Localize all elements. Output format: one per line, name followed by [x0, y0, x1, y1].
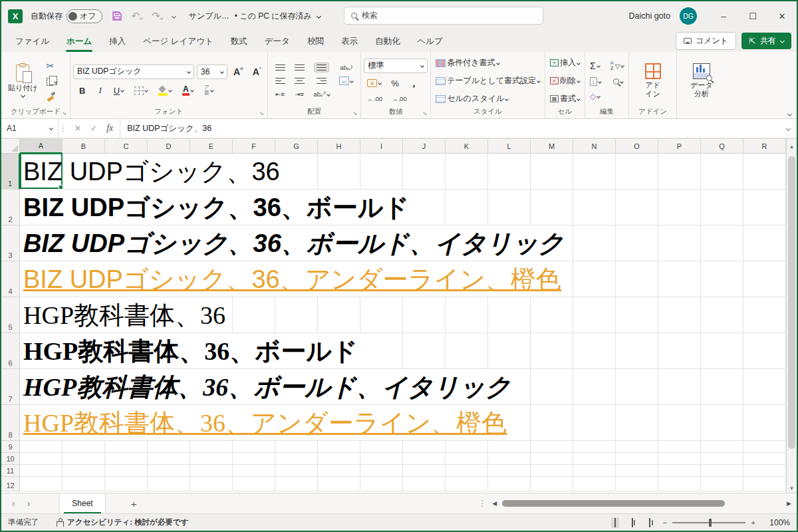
- column-header-E[interactable]: E: [190, 139, 233, 154]
- fill-button[interactable]: ↓: [588, 76, 603, 87]
- grid-row-8[interactable]: HGP教科書体、36、アンダーライン、橙色: [20, 405, 786, 441]
- wrap-text-button[interactable]: ab⤾: [338, 63, 354, 73]
- accessibility-status[interactable]: アクセシビリティ: 検討が必要です: [56, 517, 189, 527]
- grid-row-5[interactable]: HGP教科書体、36: [20, 297, 786, 333]
- cancel-entry-icon[interactable]: ✕: [74, 124, 81, 133]
- borders-button[interactable]: [132, 85, 150, 96]
- increase-indent-button[interactable]: ⇥≡: [293, 89, 306, 99]
- percent-button[interactable]: %: [389, 77, 401, 90]
- select-all-button[interactable]: [1, 139, 20, 154]
- redo-icon[interactable]: ↷: [152, 10, 163, 22]
- vertical-scroll-down-icon[interactable]: ▼: [787, 485, 797, 491]
- column-header-A[interactable]: A: [20, 139, 63, 154]
- customize-qat-icon[interactable]: [172, 13, 176, 18]
- align-top-button[interactable]: [273, 63, 287, 72]
- align-middle-button[interactable]: [293, 63, 307, 72]
- tab-ファイル[interactable]: ファイル: [7, 32, 58, 52]
- column-header-C[interactable]: C: [105, 139, 148, 154]
- column-header-H[interactable]: H: [318, 139, 360, 154]
- column-header-P[interactable]: P: [658, 139, 701, 154]
- close-button[interactable]: ✕: [767, 1, 797, 31]
- delete-cells-button[interactable]: ×削除: [548, 74, 582, 88]
- page-break-view-button[interactable]: [646, 517, 654, 528]
- format-cells-button[interactable]: ▦書式: [548, 92, 582, 106]
- data-analysis-button[interactable]: データ分析: [686, 62, 717, 99]
- tab-自動化[interactable]: 自動化: [366, 32, 409, 52]
- column-header-R[interactable]: R: [743, 139, 786, 154]
- user-name[interactable]: Daichi goto: [628, 11, 670, 21]
- grid-row-10[interactable]: [20, 453, 786, 465]
- fill-color-button[interactable]: [156, 85, 174, 96]
- column-header-B[interactable]: B: [63, 139, 105, 154]
- number-format-combo[interactable]: 標準: [364, 59, 428, 73]
- prev-sheet-icon[interactable]: ‹: [12, 498, 15, 509]
- dialog-launcher-icon[interactable]: ⇘: [62, 110, 66, 116]
- row-header-12[interactable]: 12: [1, 477, 20, 491]
- minimize-button[interactable]: –: [709, 1, 738, 31]
- phonetic-button[interactable]: ア亜: [202, 84, 215, 97]
- maximize-button[interactable]: ☐: [738, 1, 767, 31]
- tab-表示[interactable]: 表示: [332, 32, 366, 52]
- search-input[interactable]: 検索: [344, 7, 543, 25]
- page-layout-view-button[interactable]: [628, 517, 636, 528]
- grid-row-6[interactable]: HGP教科書体、36、ボールド: [20, 333, 786, 369]
- cell-rows[interactable]: BIZ UDPゴシック、36BIZ UDPゴシック、36、ボールドBIZ UDP…: [20, 154, 786, 493]
- insert-function-icon[interactable]: fx: [106, 123, 113, 134]
- row-header-5[interactable]: 5: [1, 297, 20, 333]
- autosave-toggle[interactable]: オフ: [66, 9, 102, 23]
- italic-button[interactable]: I: [95, 84, 104, 96]
- font-size-combo[interactable]: 36: [197, 65, 227, 79]
- row-header-2[interactable]: 2: [1, 190, 20, 225]
- scroll-right-icon[interactable]: ▶: [787, 500, 791, 507]
- conditional-formatting-button[interactable]: 条件付き書式: [434, 56, 501, 70]
- align-center-button[interactable]: [293, 76, 307, 86]
- column-header-G[interactable]: G: [275, 139, 318, 154]
- row-header-3[interactable]: 3: [1, 225, 20, 261]
- zoom-out-button[interactable]: −: [663, 519, 668, 527]
- vertical-scrollbar[interactable]: ▼: [786, 154, 797, 493]
- merge-center-button[interactable]: ↔: [337, 75, 356, 86]
- clear-button[interactable]: ◇: [588, 90, 602, 102]
- horizontal-scroll-thumb[interactable]: [502, 500, 725, 507]
- avatar[interactable]: DG: [680, 7, 697, 25]
- cell-styles-button[interactable]: セルのスタイル: [434, 92, 510, 106]
- collapse-ribbon-icon[interactable]: [787, 112, 792, 116]
- tab-校閲[interactable]: 校閲: [299, 32, 332, 52]
- grid-row-1[interactable]: BIZ UDPゴシック、36: [20, 154, 786, 190]
- expand-formula-bar-icon[interactable]: [785, 126, 790, 130]
- insert-cells-button[interactable]: +挿入: [548, 56, 582, 70]
- increase-decimal-button[interactable]: ←.00: [365, 94, 384, 104]
- share-button[interactable]: ⇱ 共有: [741, 33, 791, 49]
- grid-row-11[interactable]: [20, 465, 786, 477]
- column-header-Q[interactable]: Q: [701, 139, 743, 154]
- tab-ページ レイアウト[interactable]: ページ レイアウト: [134, 32, 222, 52]
- accounting-format-button[interactable]: ¥: [365, 78, 383, 88]
- autosum-button[interactable]: Σ: [588, 59, 602, 72]
- grid-row-12[interactable]: [20, 477, 786, 491]
- tab-データ[interactable]: データ: [256, 32, 299, 52]
- bold-button[interactable]: B: [76, 85, 88, 96]
- sheet-tab[interactable]: Sheet: [59, 493, 105, 513]
- column-header-I[interactable]: I: [360, 139, 403, 154]
- dialog-launcher-icon[interactable]: ⇘: [423, 110, 428, 116]
- column-header-J[interactable]: J: [403, 139, 446, 154]
- format-painter-button[interactable]: [45, 91, 59, 102]
- font-name-combo[interactable]: BIZ UDPゴシック: [73, 65, 194, 79]
- comments-button[interactable]: コメント: [676, 32, 736, 50]
- save-icon[interactable]: [112, 11, 122, 21]
- cut-button[interactable]: ✂: [45, 59, 59, 72]
- grid-row-2[interactable]: BIZ UDPゴシック、36、ボールド: [20, 190, 786, 225]
- row-header-7[interactable]: 7: [1, 369, 20, 405]
- add-sheet-button[interactable]: +: [118, 493, 150, 513]
- grid-row-9[interactable]: [20, 441, 786, 453]
- grid-row-3[interactable]: BIZ UDPゴシック、36、ボールド、イタリック: [20, 225, 786, 261]
- tab-数式[interactable]: 数式: [222, 32, 256, 52]
- sort-filter-button[interactable]: AZ▽: [608, 59, 626, 72]
- align-right-button[interactable]: [315, 76, 329, 86]
- column-header-D[interactable]: D: [148, 139, 190, 154]
- confirm-entry-icon[interactable]: ✓: [90, 124, 97, 133]
- vertical-scroll-thumb[interactable]: [788, 156, 795, 449]
- column-header-N[interactable]: N: [573, 139, 616, 154]
- scroll-left-icon[interactable]: ◀: [492, 500, 497, 507]
- addins-button[interactable]: アドイン: [641, 62, 665, 99]
